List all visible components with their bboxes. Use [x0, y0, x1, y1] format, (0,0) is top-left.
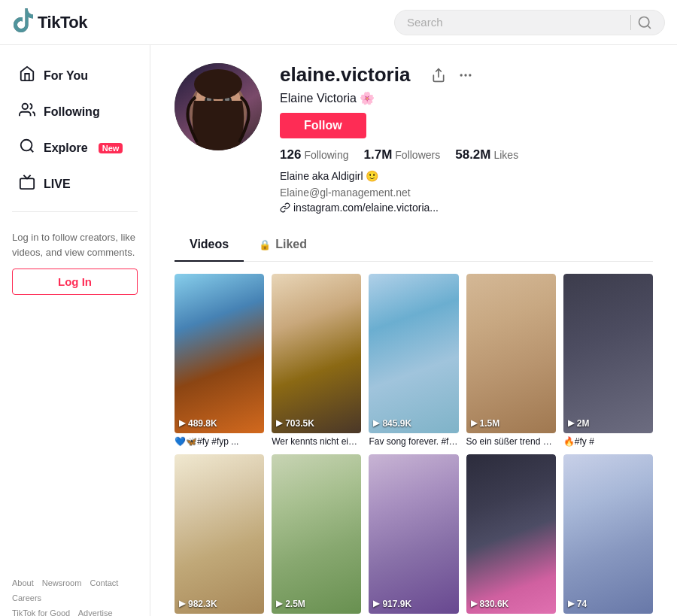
svg-point-2 — [23, 104, 28, 109]
sidebar-item-live[interactable]: LIVE — [6, 166, 144, 202]
tiktok-logo-icon — [12, 8, 33, 37]
stat-likes: 58.2M Likes — [455, 147, 518, 162]
search-bar — [394, 10, 665, 35]
footer-link-about[interactable]: About — [12, 578, 34, 587]
home-icon — [18, 65, 36, 86]
profile-header: elaine.victoria Elaine Victoria 🌸 Follow — [175, 63, 653, 214]
play-icon-8: ▶ — [373, 599, 379, 608]
play-icon-4: ▶ — [471, 418, 477, 428]
main-body: For You Following Explore New — [0, 45, 677, 616]
profile-top-row: elaine.victoria — [280, 63, 653, 86]
login-prompt-text: Log in to follow creators, like videos, … — [12, 230, 138, 259]
footer-link-contact[interactable]: Contact — [90, 578, 118, 587]
following-label: Following — [304, 149, 348, 161]
sidebar-item-label-live: LIVE — [44, 178, 71, 191]
play-icon-9: ▶ — [471, 599, 477, 608]
play-icon-6: ▶ — [179, 599, 185, 608]
video-card-10[interactable]: ▶ 74 Wollt i — [563, 454, 653, 616]
stats-row: 126 Following 1.7M Followers 58.2M Likes — [280, 147, 653, 162]
video-thumb-4: ▶ 1.5M — [466, 274, 556, 433]
video-card-6[interactable]: ▶ 982.3K Wann habt ihr Geburts... — [175, 454, 264, 616]
instagram-link-text: instagram.com/elaine.victoria... — [293, 202, 439, 214]
video-play-count-1: ▶ 489.8K — [179, 418, 217, 429]
video-play-count-10: ▶ 74 — [568, 599, 587, 609]
followers-label: Followers — [395, 149, 440, 161]
video-thumb-1: ▶ 489.8K — [175, 274, 264, 433]
video-card-7[interactable]: ▶ 2.5M Der erste tiktok tanz d... — [272, 454, 361, 616]
video-card-1[interactable]: ▶ 489.8K 💙🦋#fy #fyp ... — [175, 274, 264, 447]
search-input[interactable] — [407, 16, 624, 29]
video-thumb-5: ▶ 2M — [563, 274, 653, 433]
sidebar-item-following[interactable]: Following — [6, 94, 144, 129]
video-play-count-2: ▶ 703.5K — [276, 418, 314, 429]
svg-point-12 — [194, 69, 242, 99]
footer-link-newsroom[interactable]: Newsroom — [42, 578, 82, 587]
play-icon-1: ▶ — [179, 418, 185, 428]
video-caption-1: 💙🦋#fy #fyp ... — [175, 436, 264, 447]
tab-videos[interactable]: Videos — [175, 229, 244, 262]
video-card-3[interactable]: ▶ 845.9K Fav song forever. #fy ... — [369, 274, 458, 447]
app-container: TikTok For You — [0, 0, 677, 616]
tab-videos-label: Videos — [190, 238, 229, 251]
tab-liked-label: Liked — [275, 238, 307, 251]
footer-link-careers[interactable]: Careers — [12, 593, 41, 602]
svg-point-14 — [460, 74, 463, 76]
video-thumb-8: ▶ 917.9K — [369, 454, 458, 614]
follow-button[interactable]: Follow — [280, 113, 366, 138]
play-icon-3: ▶ — [373, 418, 379, 428]
play-icon-10: ▶ — [568, 599, 574, 608]
video-thumb-3: ▶ 845.9K — [369, 274, 458, 433]
footer-links: About Newsroom Contact Careers — [12, 576, 138, 606]
profile-username: elaine.victoria — [280, 63, 410, 86]
svg-point-3 — [21, 140, 32, 151]
video-grid: ▶ 489.8K 💙🦋#fy #fyp ... ▶ 703.5K Wer ken… — [175, 274, 653, 616]
svg-line-4 — [30, 149, 33, 152]
video-thumb-10: ▶ 74 — [563, 454, 653, 614]
sidebar-item-explore[interactable]: Explore New — [6, 130, 144, 165]
profile-tabs: Videos 🔒 Liked — [175, 229, 653, 262]
video-card-5[interactable]: ▶ 2M 🔥#fy # — [563, 274, 653, 447]
tab-liked[interactable]: 🔒 Liked — [244, 229, 322, 262]
video-play-count-9: ▶ 830.6K — [471, 599, 509, 609]
new-badge: New — [99, 143, 123, 153]
video-play-count-8: ▶ 917.9K — [373, 599, 411, 609]
live-icon — [18, 174, 36, 194]
video-card-9[interactable]: ▶ 830.6K Love it 😂#fy #fyp ... — [466, 454, 556, 616]
sidebar-item-label-for-you: For You — [44, 69, 88, 83]
login-section: Log in to follow creators, like videos, … — [0, 221, 150, 304]
sidebar-item-label-following: Following — [44, 105, 100, 119]
sidebar-item-for-you[interactable]: For You — [6, 58, 144, 93]
header: TikTok — [0, 0, 677, 45]
login-button[interactable]: Log In — [12, 269, 138, 295]
footer-links-2: TikTok for Good Advertise — [12, 606, 138, 616]
video-play-count-3: ▶ 845.9K — [373, 418, 411, 429]
footer-link-advertise[interactable]: Advertise — [78, 608, 113, 616]
search-button[interactable] — [637, 15, 652, 30]
lock-icon: 🔒 — [259, 239, 271, 250]
video-card-2[interactable]: ▶ 703.5K Wer kennts nicht einfa... — [272, 274, 361, 447]
sidebar-footer: About Newsroom Contact Careers TikTok fo… — [0, 564, 150, 616]
video-play-count-7: ▶ 2.5M — [276, 599, 305, 609]
video-thumb-7: ▶ 2.5M — [272, 454, 361, 614]
video-card-4[interactable]: ▶ 1.5M So ein süßer trend 🔥... — [466, 274, 556, 447]
video-thumb-2: ▶ 703.5K — [272, 274, 361, 433]
share-button[interactable] — [428, 65, 449, 86]
footer-link-tiktok-good[interactable]: TikTok for Good — [12, 608, 70, 616]
video-caption-3: Fav song forever. #fy ... — [369, 436, 458, 447]
profile-instagram-link[interactable]: instagram.com/elaine.victoria... — [280, 202, 653, 214]
following-icon — [18, 102, 36, 122]
explore-icon — [18, 138, 36, 158]
play-icon-7: ▶ — [276, 599, 282, 608]
logo-text: TikTok — [38, 13, 87, 32]
more-options-button[interactable] — [455, 65, 476, 86]
video-card-8[interactable]: ▶ 917.9K Endlevel , wer fühlt da... — [369, 454, 458, 616]
sidebar: For You Following Explore New — [0, 45, 150, 616]
logo[interactable]: TikTok — [12, 8, 87, 37]
video-caption-2: Wer kennts nicht einfa... — [272, 436, 361, 447]
likes-label: Likes — [493, 149, 518, 161]
profile-info: elaine.victoria Elaine Victoria 🌸 Follow — [280, 63, 653, 214]
profile-display-name: Elaine Victoria 🌸 — [280, 91, 653, 105]
search-divider — [630, 15, 631, 30]
sidebar-divider — [12, 211, 138, 212]
video-caption-4: So ein süßer trend 🔥... — [466, 436, 556, 447]
